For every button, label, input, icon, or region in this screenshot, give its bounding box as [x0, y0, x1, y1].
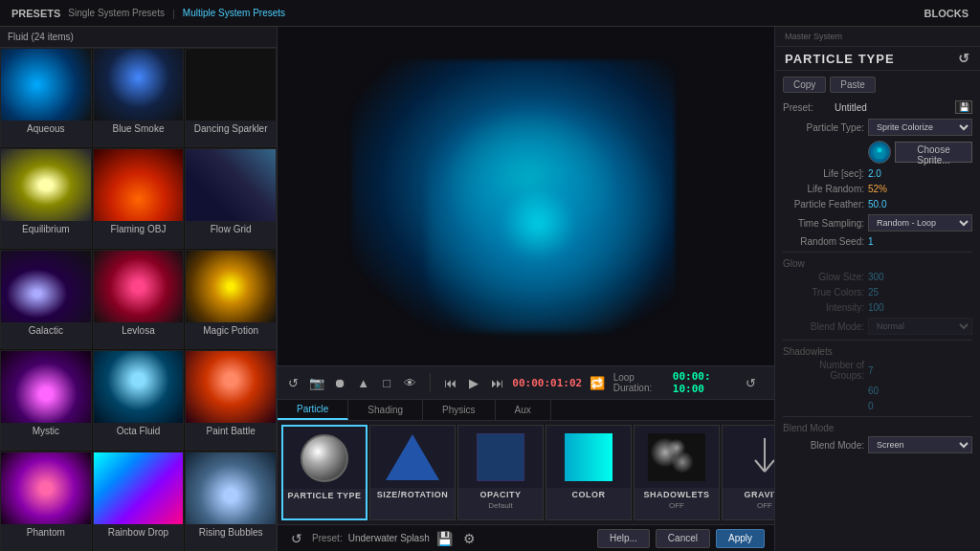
list-item[interactable]: Equilibrium — [0, 148, 92, 248]
loop-label: Loop Duration: — [613, 372, 665, 393]
skip-back-icon[interactable]: ⏮ — [442, 373, 458, 392]
list-item[interactable]: Flaming OBJ — [93, 148, 185, 248]
random-seed-value[interactable]: 1 — [868, 236, 972, 247]
shdw2-value: 60 — [868, 386, 972, 396]
master-system-label: Master System — [785, 32, 842, 41]
module-opacity[interactable]: OPACITY Default — [457, 425, 544, 520]
save-icon[interactable]: 💾 — [435, 529, 455, 548]
particle-feather-row: Particle Feather: 50.0 — [783, 199, 972, 209]
list-item[interactable]: Paint Battle — [185, 350, 277, 450]
skip-fwd-icon[interactable]: ⏭ — [489, 373, 505, 392]
module-label-shadowlets: SHADOWLETS — [642, 488, 712, 501]
particle-type-row: Particle Type: Sprite Colorize — [783, 119, 972, 136]
svg-point-4 — [878, 148, 882, 153]
preset-label: Levlosa — [120, 322, 156, 339]
apply-button[interactable]: Apply — [716, 529, 765, 548]
cancel-button[interactable]: Cancel — [656, 529, 710, 548]
preset-thumbnail — [94, 149, 184, 221]
module-particle-type[interactable]: PARTICLE TYPE — [281, 425, 368, 520]
preset-thumbnail — [94, 251, 184, 322]
list-item[interactable]: Blue Smoke — [93, 48, 185, 147]
module-thumb-size-rotation — [370, 426, 455, 488]
loop-icon[interactable]: 🔁 — [590, 373, 606, 392]
preset-name-value: Untitled — [835, 102, 951, 113]
module-label-gravity: GRAVITY — [743, 488, 774, 501]
list-item[interactable]: Mystic — [0, 350, 92, 450]
record-icon[interactable]: ⏺ — [332, 373, 348, 392]
tab-shading[interactable]: Shading — [348, 400, 423, 420]
time-sampling-row: Time Sampling: Random - Loop — [783, 214, 972, 231]
list-item[interactable]: Phantom — [0, 452, 92, 551]
module-list: PARTICLE TYPE SIZE/ROTATION OPACIT — [278, 421, 774, 524]
help-button[interactable]: Help... — [597, 529, 650, 548]
preset-label: Equilibrium — [20, 221, 71, 237]
tab-particle[interactable]: Particle — [278, 400, 348, 420]
module-thumb-gravity — [723, 426, 774, 488]
frame-icon[interactable]: ▲ — [356, 373, 372, 392]
refresh-icon[interactable]: ↺ — [958, 51, 970, 66]
copy-button[interactable]: Copy — [783, 77, 826, 93]
module-sublabel-gravity: OFF — [757, 501, 772, 513]
list-item[interactable]: Rainbow Drop — [93, 452, 185, 551]
particle-type-select[interactable]: Sprite Colorize — [868, 119, 972, 136]
sprite-avatar[interactable] — [868, 141, 891, 164]
reset-time-icon[interactable]: ↺ — [743, 373, 759, 392]
preset-label: Flaming OBJ — [109, 221, 168, 237]
module-sublabel-shadowlets: OFF — [669, 501, 684, 513]
tab-aux[interactable]: Aux — [496, 400, 551, 420]
glow-col-label: True Colors: — [783, 287, 864, 298]
preset-label: Paint Battle — [205, 423, 257, 439]
glow-size-row: Glow Size: 300 — [783, 272, 972, 282]
tab-single-presets[interactable]: Single System Presets — [68, 8, 165, 18]
glow-int-row: Intensity: 100 — [783, 302, 972, 313]
choose-sprite-button[interactable]: Choose Sprite... — [895, 142, 972, 163]
life-random-value[interactable]: 52% — [868, 184, 972, 194]
list-item[interactable]: Flow Grid — [185, 148, 277, 248]
tab-multiple-presets[interactable]: Multiple System Presets — [183, 8, 285, 18]
preset-label: Aqueous — [25, 121, 66, 137]
tab-physics[interactable]: Physics — [423, 400, 495, 420]
blend-mode-final-select[interactable]: Screen — [868, 436, 972, 453]
blend-divider — [783, 416, 972, 417]
play-icon[interactable]: ▶ — [465, 373, 481, 392]
list-item[interactable]: Dancing Sparkler — [185, 48, 277, 147]
reset-icon[interactable]: ↺ — [287, 529, 306, 548]
particle-feather-value[interactable]: 50.0 — [868, 199, 972, 209]
list-item[interactable]: Galactic — [0, 250, 92, 349]
module-thumb-particle-type — [283, 427, 366, 489]
time-sampling-select[interactable]: Random - Loop — [868, 214, 972, 231]
module-thumb-shadowlets — [635, 426, 719, 488]
screen-icon[interactable]: □ — [379, 373, 395, 392]
glow-col-row: True Colors: 25 — [783, 287, 972, 298]
preset-label: Galactic — [27, 322, 65, 339]
glow-col-value: 25 — [868, 287, 972, 298]
module-label-color: COLOR — [570, 488, 608, 501]
tab-headers: Particle Shading Physics Aux — [278, 400, 774, 421]
module-thumb-opacity — [458, 426, 543, 488]
preset-save-icon[interactable]: 💾 — [955, 100, 972, 114]
particle-feather-label: Particle Feather: — [783, 199, 864, 209]
settings-icon[interactable]: ⚙ — [460, 529, 479, 548]
preset-static-label: Preset: — [312, 533, 343, 543]
list-item[interactable]: Levlosa — [93, 250, 185, 349]
module-shadowlets[interactable]: SHADOWLETS OFF — [634, 425, 720, 520]
list-item[interactable]: Aqueous — [0, 48, 92, 147]
module-gravity[interactable]: GRAVITY OFF — [722, 425, 774, 520]
camera-icon[interactable]: 📷 — [309, 373, 325, 392]
module-size-rotation[interactable]: SIZE/ROTATION — [369, 425, 456, 520]
glow-divider — [783, 252, 972, 253]
list-item[interactable]: Rising Bubbles — [185, 452, 277, 551]
preset-name-status: Underwater Splash — [348, 533, 430, 543]
preset-label: Phantom — [25, 524, 67, 540]
module-color[interactable]: COLOR — [546, 425, 632, 520]
particle-type-label: Particle Type: — [783, 122, 864, 133]
preset-label: Blue Smoke — [111, 121, 167, 137]
random-seed-label: Random Seed: — [783, 236, 864, 247]
rewind-icon[interactable]: ↺ — [285, 373, 301, 392]
eye-icon[interactable]: 👁 — [403, 373, 419, 392]
paste-button[interactable]: Paste — [830, 77, 876, 93]
list-item[interactable]: Magic Potion — [185, 250, 277, 349]
life-value[interactable]: 2.0 — [868, 168, 972, 179]
random-seed-row: Random Seed: 1 — [783, 236, 972, 247]
list-item[interactable]: Octa Fluid — [93, 350, 185, 450]
